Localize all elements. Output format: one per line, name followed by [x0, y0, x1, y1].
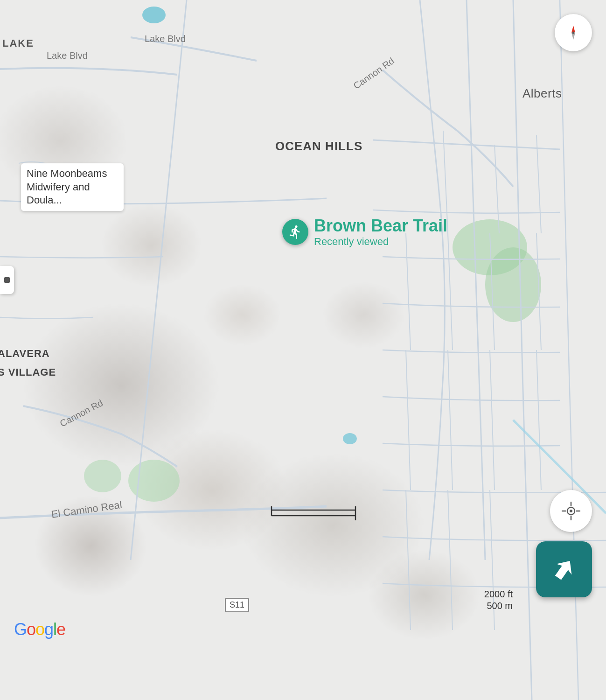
map-container: Nine Moonbeams Midwifery and Doula... LA…	[0, 0, 606, 700]
google-g: G	[14, 620, 27, 639]
poi-subtitle: Recently viewed	[314, 236, 447, 248]
svg-rect-13	[4, 277, 10, 283]
google-logo: Google	[14, 620, 65, 639]
compass-button[interactable]	[555, 14, 592, 51]
svg-point-2	[128, 460, 180, 502]
navigate-button[interactable]	[536, 541, 592, 597]
google-e: e	[56, 620, 65, 639]
location-button[interactable]	[550, 490, 592, 532]
left-edge-button[interactable]	[0, 266, 14, 294]
poi-name: Brown Bear Trail	[314, 216, 447, 236]
left-edge-icon	[3, 276, 11, 284]
compass-svg	[564, 23, 583, 42]
poi-icon	[282, 219, 308, 245]
svg-point-1	[485, 247, 541, 322]
highway-shield-s11: S11	[225, 598, 249, 612]
scale-ft-label: 2000 ft	[484, 589, 513, 600]
map-roads-svg	[0, 0, 606, 700]
business-label[interactable]: Nine Moonbeams Midwifery and Doula...	[21, 163, 124, 211]
google-g2: g	[44, 620, 53, 639]
svg-point-4	[343, 433, 357, 444]
scale-bar: 2000 ft 500 m	[484, 589, 513, 611]
hiker-icon	[288, 224, 303, 239]
svg-point-3	[84, 460, 121, 492]
poi-marker[interactable]: Brown Bear Trail Recently viewed	[282, 216, 447, 248]
google-o1: o	[27, 620, 35, 639]
navigate-icon	[550, 555, 578, 583]
svg-point-12	[572, 32, 575, 34]
business-name-line1: Nine Moonbeams	[27, 167, 118, 181]
svg-point-5	[142, 7, 166, 23]
location-icon	[561, 501, 581, 521]
poi-label-container: Brown Bear Trail Recently viewed	[314, 216, 447, 248]
business-name-line2: Midwifery and Doula...	[27, 181, 118, 207]
svg-point-19	[570, 510, 572, 512]
scale-m-label: 500 m	[484, 601, 513, 611]
google-o2: o	[35, 620, 44, 639]
